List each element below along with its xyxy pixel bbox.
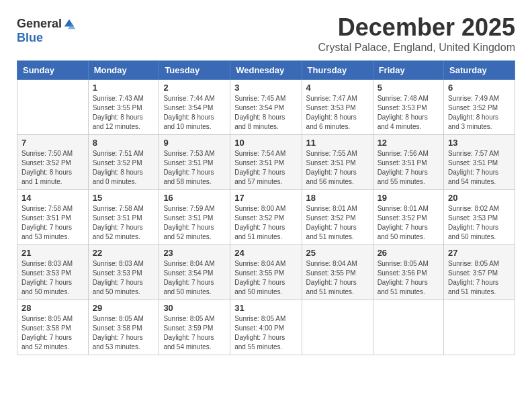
calendar-week-4: 21Sunrise: 8:03 AM Sunset: 3:53 PM Dayli… xyxy=(17,245,515,300)
calendar-cell: 15Sunrise: 7:58 AM Sunset: 3:51 PM Dayli… xyxy=(88,190,159,245)
calendar-cell: 10Sunrise: 7:54 AM Sunset: 3:51 PM Dayli… xyxy=(230,135,302,190)
day-number: 13 xyxy=(448,138,511,148)
calendar-cell: 19Sunrise: 8:01 AM Sunset: 3:52 PM Dayli… xyxy=(373,190,443,245)
day-info: Sunrise: 8:05 AM Sunset: 4:00 PM Dayligh… xyxy=(234,314,297,352)
calendar-cell: 24Sunrise: 8:04 AM Sunset: 3:55 PM Dayli… xyxy=(230,245,302,300)
day-header-thursday: Thursday xyxy=(302,61,373,80)
day-number: 11 xyxy=(306,138,369,148)
calendar-cell: 4Sunrise: 7:47 AM Sunset: 3:53 PM Daylig… xyxy=(302,80,373,135)
calendar-cell: 28Sunrise: 8:05 AM Sunset: 3:58 PM Dayli… xyxy=(17,300,89,355)
calendar-header-row: SundayMondayTuesdayWednesdayThursdayFrid… xyxy=(17,61,515,80)
calendar-cell xyxy=(17,80,89,135)
day-info: Sunrise: 7:57 AM Sunset: 3:51 PM Dayligh… xyxy=(448,149,511,187)
calendar-cell: 27Sunrise: 8:05 AM Sunset: 3:57 PM Dayli… xyxy=(444,245,515,300)
month-title: December 2025 xyxy=(318,13,516,42)
calendar-cell: 26Sunrise: 8:05 AM Sunset: 3:56 PM Dayli… xyxy=(373,245,443,300)
calendar-cell: 7Sunrise: 7:50 AM Sunset: 3:52 PM Daylig… xyxy=(17,135,89,190)
day-number: 9 xyxy=(163,138,226,148)
calendar-cell: 29Sunrise: 8:05 AM Sunset: 3:58 PM Dayli… xyxy=(88,300,159,355)
calendar-cell: 8Sunrise: 7:51 AM Sunset: 3:52 PM Daylig… xyxy=(88,135,159,190)
calendar-cell: 14Sunrise: 7:58 AM Sunset: 3:51 PM Dayli… xyxy=(17,190,89,245)
day-info: Sunrise: 7:45 AM Sunset: 3:54 PM Dayligh… xyxy=(234,94,297,132)
day-info: Sunrise: 8:03 AM Sunset: 3:53 PM Dayligh… xyxy=(93,259,155,297)
day-info: Sunrise: 8:04 AM Sunset: 3:54 PM Dayligh… xyxy=(163,259,226,297)
day-info: Sunrise: 8:02 AM Sunset: 3:53 PM Dayligh… xyxy=(448,204,511,242)
day-number: 31 xyxy=(234,303,297,313)
day-number: 1 xyxy=(93,83,155,93)
day-number: 27 xyxy=(448,248,511,258)
day-info: Sunrise: 7:44 AM Sunset: 3:54 PM Dayligh… xyxy=(163,94,226,132)
logo-blue-text: Blue xyxy=(17,31,43,45)
calendar-cell xyxy=(373,300,443,355)
calendar-table: SundayMondayTuesdayWednesdayThursdayFrid… xyxy=(17,60,515,355)
day-info: Sunrise: 7:50 AM Sunset: 3:52 PM Dayligh… xyxy=(21,149,84,187)
day-number: 4 xyxy=(306,83,369,93)
calendar-cell: 1Sunrise: 7:43 AM Sunset: 3:55 PM Daylig… xyxy=(88,80,159,135)
day-number: 17 xyxy=(234,193,297,203)
day-header-tuesday: Tuesday xyxy=(159,61,230,80)
day-info: Sunrise: 7:54 AM Sunset: 3:51 PM Dayligh… xyxy=(234,149,297,187)
location-text: Crystal Palace, England, United Kingdom xyxy=(318,42,516,54)
day-number: 26 xyxy=(378,248,439,258)
day-info: Sunrise: 8:05 AM Sunset: 3:56 PM Dayligh… xyxy=(378,259,439,297)
day-info: Sunrise: 7:51 AM Sunset: 3:52 PM Dayligh… xyxy=(93,149,155,187)
day-info: Sunrise: 8:04 AM Sunset: 3:55 PM Dayligh… xyxy=(234,259,297,297)
day-info: Sunrise: 8:00 AM Sunset: 3:52 PM Dayligh… xyxy=(234,204,297,242)
calendar-cell xyxy=(302,300,373,355)
day-number: 8 xyxy=(93,138,155,148)
day-number: 23 xyxy=(163,248,226,258)
calendar-cell: 11Sunrise: 7:55 AM Sunset: 3:51 PM Dayli… xyxy=(302,135,373,190)
day-number: 14 xyxy=(21,193,84,203)
day-info: Sunrise: 8:05 AM Sunset: 3:57 PM Dayligh… xyxy=(448,259,511,297)
calendar-cell: 30Sunrise: 8:05 AM Sunset: 3:59 PM Dayli… xyxy=(159,300,230,355)
day-info: Sunrise: 7:47 AM Sunset: 3:53 PM Dayligh… xyxy=(306,94,369,132)
day-info: Sunrise: 8:01 AM Sunset: 3:52 PM Dayligh… xyxy=(378,204,439,242)
day-info: Sunrise: 7:48 AM Sunset: 3:53 PM Dayligh… xyxy=(378,94,439,132)
calendar-cell: 23Sunrise: 8:04 AM Sunset: 3:54 PM Dayli… xyxy=(159,245,230,300)
day-number: 3 xyxy=(234,83,297,93)
day-number: 25 xyxy=(306,248,369,258)
day-number: 30 xyxy=(163,303,226,313)
logo-icon xyxy=(63,18,75,30)
day-number: 19 xyxy=(378,193,439,203)
day-number: 16 xyxy=(163,193,226,203)
day-info: Sunrise: 7:43 AM Sunset: 3:55 PM Dayligh… xyxy=(93,94,155,132)
day-info: Sunrise: 7:58 AM Sunset: 3:51 PM Dayligh… xyxy=(21,204,84,242)
day-number: 7 xyxy=(21,138,84,148)
calendar-week-1: 1Sunrise: 7:43 AM Sunset: 3:55 PM Daylig… xyxy=(17,80,515,135)
calendar-week-3: 14Sunrise: 7:58 AM Sunset: 3:51 PM Dayli… xyxy=(17,190,515,245)
calendar-cell xyxy=(444,300,515,355)
day-header-wednesday: Wednesday xyxy=(230,61,302,80)
day-info: Sunrise: 8:05 AM Sunset: 3:58 PM Dayligh… xyxy=(93,314,155,352)
day-header-saturday: Saturday xyxy=(444,61,515,80)
calendar-week-2: 7Sunrise: 7:50 AM Sunset: 3:52 PM Daylig… xyxy=(17,135,515,190)
calendar-cell: 20Sunrise: 8:02 AM Sunset: 3:53 PM Dayli… xyxy=(444,190,515,245)
calendar-cell: 9Sunrise: 7:53 AM Sunset: 3:51 PM Daylig… xyxy=(159,135,230,190)
calendar-cell: 12Sunrise: 7:56 AM Sunset: 3:51 PM Dayli… xyxy=(373,135,443,190)
day-info: Sunrise: 7:59 AM Sunset: 3:51 PM Dayligh… xyxy=(163,204,226,242)
day-info: Sunrise: 8:05 AM Sunset: 3:58 PM Dayligh… xyxy=(21,314,84,352)
day-number: 15 xyxy=(93,193,155,203)
logo: General Blue xyxy=(17,17,75,45)
calendar-cell: 22Sunrise: 8:03 AM Sunset: 3:53 PM Dayli… xyxy=(88,245,159,300)
day-header-friday: Friday xyxy=(373,61,443,80)
calendar-cell: 31Sunrise: 8:05 AM Sunset: 4:00 PM Dayli… xyxy=(230,300,302,355)
calendar-cell: 3Sunrise: 7:45 AM Sunset: 3:54 PM Daylig… xyxy=(230,80,302,135)
day-info: Sunrise: 8:05 AM Sunset: 3:59 PM Dayligh… xyxy=(163,314,226,352)
day-number: 29 xyxy=(93,303,155,313)
day-info: Sunrise: 8:03 AM Sunset: 3:53 PM Dayligh… xyxy=(21,259,84,297)
calendar-cell: 5Sunrise: 7:48 AM Sunset: 3:53 PM Daylig… xyxy=(373,80,443,135)
calendar-cell: 21Sunrise: 8:03 AM Sunset: 3:53 PM Dayli… xyxy=(17,245,89,300)
calendar-cell: 25Sunrise: 8:04 AM Sunset: 3:55 PM Dayli… xyxy=(302,245,373,300)
calendar-cell: 6Sunrise: 7:49 AM Sunset: 3:52 PM Daylig… xyxy=(444,80,515,135)
day-info: Sunrise: 8:01 AM Sunset: 3:52 PM Dayligh… xyxy=(306,204,369,242)
day-number: 24 xyxy=(234,248,297,258)
day-number: 6 xyxy=(448,83,511,93)
day-info: Sunrise: 7:53 AM Sunset: 3:51 PM Dayligh… xyxy=(163,149,226,187)
title-section: December 2025 Crystal Palace, England, U… xyxy=(318,13,516,54)
calendar-cell: 18Sunrise: 8:01 AM Sunset: 3:52 PM Dayli… xyxy=(302,190,373,245)
day-info: Sunrise: 7:56 AM Sunset: 3:51 PM Dayligh… xyxy=(378,149,439,187)
day-number: 22 xyxy=(93,248,155,258)
day-info: Sunrise: 8:04 AM Sunset: 3:55 PM Dayligh… xyxy=(306,259,369,297)
day-info: Sunrise: 7:55 AM Sunset: 3:51 PM Dayligh… xyxy=(306,149,369,187)
